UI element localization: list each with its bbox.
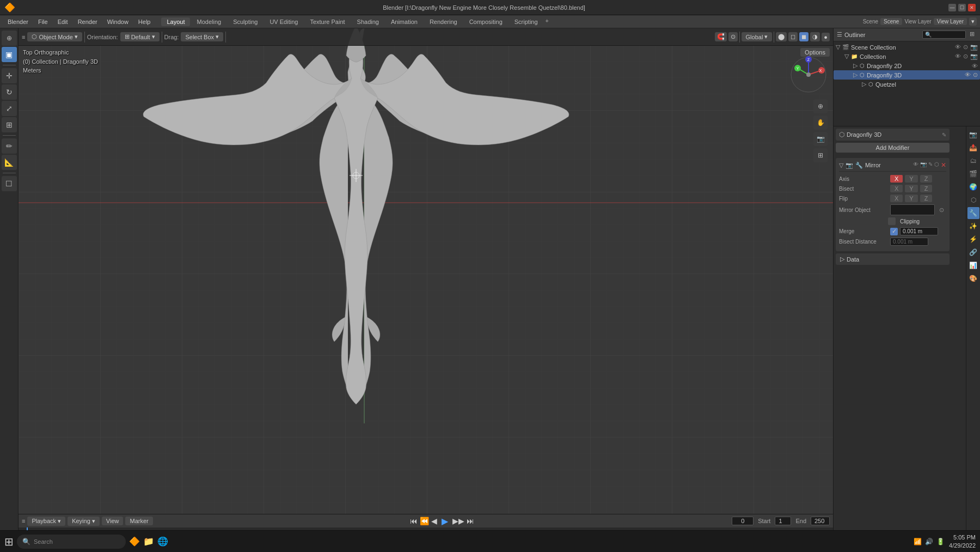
workspace-add[interactable]: + [546,17,549,26]
object-name-edit-icon[interactable]: ✎ [942,132,946,138]
modifier-render-icon[interactable]: 📷 [920,161,927,169]
annotate-tool[interactable]: ✏ [2,138,17,154]
battery-icon[interactable]: 🔋 [936,538,945,545]
maximize-button[interactable]: ☐ [958,4,966,11]
menu-edit[interactable]: Edit [53,17,72,26]
data-collapse[interactable]: ▷ Data [836,253,950,265]
material-props-icon[interactable]: 🎨 [967,272,979,284]
viewport[interactable]: ≡ ⬡ Object Mode ▾ Orientation: ⊞ Default… [19,28,833,552]
axis-z-btn[interactable]: Z [920,175,933,183]
bisect-x-btn[interactable]: X [890,185,903,192]
win-search[interactable]: 🔍 Search [17,535,126,549]
snapping-icon[interactable]: 🧲 [715,32,727,41]
workspace-rendering[interactable]: Rendering [424,17,463,26]
merge-checkbox[interactable]: ✓ [890,228,898,235]
view-layer-selector[interactable]: View Layer [934,18,967,25]
modifier-realtime-icon[interactable]: 👁 [913,161,918,169]
taskbar-blender[interactable]: 🔶 [129,536,140,547]
shading-wireframe[interactable]: ◻ [788,32,798,41]
transform-global[interactable]: Global ▾ [742,32,773,41]
jump-end-btn[interactable]: ⏭ [467,517,474,525]
transform-tool[interactable]: ⊞ [2,117,17,132]
constraints-props-icon[interactable]: 🔗 [967,246,979,258]
workspace-shading[interactable]: Shading [352,17,384,26]
taskbar-browser[interactable]: 🌐 [157,536,168,547]
workspace-uv-editing[interactable]: UV Editing [264,17,303,26]
playback-menu[interactable]: Playback ▾ [27,517,65,526]
cursor-tool[interactable]: ⊕ [2,31,17,46]
menu-render[interactable]: Render [74,17,102,26]
view-menu[interactable]: View [102,517,124,525]
clipping-toggle[interactable] [888,217,896,225]
modifier-props-icon[interactable]: 🔧 [967,207,979,219]
modifier-delete-icon[interactable]: ✕ [941,161,946,169]
prev-keyframe-btn[interactable]: ◀ [431,517,437,525]
flip-z-btn[interactable]: Z [920,195,933,202]
bisect-z-btn[interactable]: Z [920,185,933,192]
add-cube-tool[interactable]: ☐ [2,176,17,191]
menu-window[interactable]: Window [103,17,133,26]
workspace-compositing[interactable]: Compositing [464,17,508,26]
orientation-selector[interactable]: ⊞ Default ▾ [120,32,160,41]
collection-hide-icon[interactable]: 📷 [970,53,978,60]
menu-file[interactable]: File [34,17,52,26]
viewport-menu-icon[interactable]: ≡ [22,34,25,40]
proportional-edit[interactable]: ⊙ [728,32,738,41]
overlay-icon[interactable]: ⬤ [776,32,787,41]
view-layer-dropdown[interactable]: ▾ [969,17,977,26]
grid-view-icon[interactable]: ⊞ [813,148,828,162]
prev-frame-btn[interactable]: ⏪ [420,517,429,525]
physics-props-icon[interactable]: ⚡ [967,233,979,245]
modifier-edit-mode-icon[interactable]: ✎ [928,161,933,169]
mirror-object-picker-icon[interactable]: ⊙ [937,207,946,214]
modifier-camera-icon[interactable]: 📷 [846,162,853,169]
outliner-search[interactable] [922,31,966,39]
modifier-expand-icon[interactable]: ▽ [839,162,843,169]
particle-props-icon[interactable]: ✨ [967,220,979,232]
mode-selector[interactable]: ⬡ Object Mode ▾ [27,32,82,41]
marker-menu[interactable]: Marker [125,517,152,525]
scene-selector[interactable]: Scene [880,18,902,25]
add-modifier-button[interactable]: Add Modifier [836,143,950,153]
workspace-layout[interactable]: Layout [161,17,190,26]
flip-x-btn[interactable]: X [890,195,903,202]
shading-solid[interactable]: ◼ [799,32,808,41]
drag-selector[interactable]: Select Box ▾ [181,32,223,41]
render-props-icon[interactable]: 📷 [967,129,979,141]
mirror-object-input[interactable] [890,204,935,215]
taskbar-files[interactable]: 📁 [143,536,154,547]
shading-rendered[interactable]: ● [822,33,830,41]
axis-y-btn[interactable]: Y [905,175,917,183]
menu-blender[interactable]: Blender [3,17,33,26]
measure-tool[interactable]: 📐 [2,155,17,170]
data-props-icon[interactable]: 📊 [967,259,979,271]
network-icon[interactable]: 📶 [914,538,922,545]
zoom-to-fit-icon[interactable]: ⊕ [813,99,828,113]
win-start-btn[interactable]: ⊞ [4,535,14,548]
scene-collection-select-icon[interactable]: ⊙ [963,44,968,51]
collection-select-icon[interactable]: ⊙ [963,53,968,60]
current-frame-input[interactable]: 0 [732,517,754,525]
outliner-collection[interactable]: ▽ 📁 Collection 👁 ⊙ 📷 [834,52,980,61]
select-box-tool[interactable]: ▣ [2,47,17,62]
dragonfly-3d-eye-icon[interactable]: 👁 [965,71,971,78]
camera-view-icon[interactable]: 📷 [813,132,828,146]
shading-material[interactable]: ◑ [810,32,820,41]
dragonfly-3d-filter-icon[interactable]: ⊙ [973,71,978,78]
outliner-quetzel[interactable]: ▷ ⬡ Quetzel [834,80,980,89]
workspace-modeling[interactable]: Modeling [191,17,226,26]
outliner-dragonfly-3d[interactable]: ▷ ⬡ Dragonfly 3D 👁 ⊙ [834,70,980,80]
world-props-icon[interactable]: 🌍 [967,181,979,193]
workspace-scripting[interactable]: Scripting [509,17,543,26]
workspace-sculpting[interactable]: Sculpting [228,17,263,26]
view-layer-props-icon[interactable]: 🗂 [967,155,979,167]
output-props-icon[interactable]: 📤 [967,142,979,154]
scene-collection-hide-icon[interactable]: 📷 [970,44,978,51]
modifier-on-cage-icon[interactable]: ⬡ [934,161,939,169]
rotate-tool[interactable]: ↻ [2,84,17,100]
minimize-button[interactable]: — [948,4,956,11]
dragonfly-2d-eye-icon[interactable]: 👁 [972,63,978,69]
timeline-menu-icon[interactable]: ≡ [22,518,25,524]
menu-help[interactable]: Help [134,17,155,26]
scene-props-icon[interactable]: 🎬 [967,168,979,180]
